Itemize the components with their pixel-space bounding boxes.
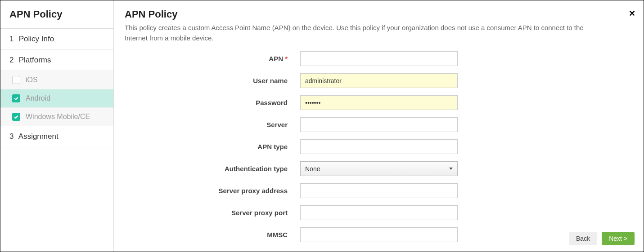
platform-android[interactable]: Android bbox=[0, 89, 113, 108]
form: APN * User name Password Server APN type bbox=[125, 51, 633, 242]
row-apntype: APN type bbox=[125, 139, 633, 154]
proxyport-input[interactable] bbox=[300, 205, 458, 220]
platform-windows[interactable]: Windows Mobile/CE bbox=[0, 108, 113, 126]
main-panel: ✕ APN Policy This policy creates a custo… bbox=[114, 0, 644, 252]
next-button[interactable]: Next > bbox=[602, 232, 635, 245]
select-value: None bbox=[305, 165, 320, 172]
mmsc-input[interactable] bbox=[300, 227, 458, 242]
label-authtype: Authentication type bbox=[125, 165, 300, 172]
row-username: User name bbox=[125, 73, 633, 88]
caret-down-icon bbox=[449, 168, 453, 170]
apn-input[interactable] bbox=[300, 51, 458, 66]
label-proxyaddr: Server proxy address bbox=[125, 187, 300, 195]
checkbox-unchecked-icon[interactable] bbox=[12, 76, 20, 84]
back-button[interactable]: Back bbox=[569, 232, 597, 245]
dialog-container: APN Policy 1 Policy Info 2 Platforms iOS… bbox=[0, 0, 644, 252]
platform-ios[interactable]: iOS bbox=[0, 71, 113, 89]
page-description: This policy creates a custom Access Poin… bbox=[125, 23, 597, 43]
label-text: APN bbox=[269, 55, 283, 62]
close-icon[interactable]: ✕ bbox=[629, 9, 635, 18]
row-proxyaddr: Server proxy address bbox=[125, 183, 633, 198]
row-mmsc: MMSC bbox=[125, 227, 633, 242]
label-password: Password bbox=[125, 99, 300, 106]
row-authtype: Authentication type None bbox=[125, 161, 633, 176]
step-num: 1 bbox=[9, 35, 17, 44]
proxyaddr-input[interactable] bbox=[300, 183, 458, 198]
sidebar-title: APN Policy bbox=[0, 0, 113, 29]
step-assignment[interactable]: 3 Assignment bbox=[0, 126, 113, 147]
apntype-input[interactable] bbox=[300, 139, 458, 154]
row-apn: APN * bbox=[125, 51, 633, 66]
label-apntype: APN type bbox=[125, 143, 300, 150]
step-num: 3 bbox=[9, 132, 17, 141]
label-apn: APN * bbox=[125, 55, 300, 62]
step-label: Policy Info bbox=[19, 35, 54, 43]
platform-list: iOS Android Windows Mobile/CE bbox=[0, 71, 113, 126]
row-proxyport: Server proxy port bbox=[125, 205, 633, 220]
row-server: Server bbox=[125, 117, 633, 132]
label-mmsc: MMSC bbox=[125, 231, 300, 239]
platform-label: iOS bbox=[26, 76, 38, 84]
label-server: Server bbox=[125, 121, 300, 128]
row-password: Password bbox=[125, 95, 633, 110]
footer: Back Next > bbox=[569, 232, 635, 245]
step-label: Assignment bbox=[18, 132, 59, 141]
password-input[interactable] bbox=[300, 95, 458, 110]
server-input[interactable] bbox=[300, 117, 458, 132]
label-username: User name bbox=[125, 77, 300, 84]
platform-label: Windows Mobile/CE bbox=[26, 113, 90, 121]
username-input[interactable] bbox=[300, 73, 458, 88]
required-asterisk: * bbox=[285, 55, 288, 62]
platform-label: Android bbox=[26, 94, 50, 102]
label-proxyport: Server proxy port bbox=[125, 209, 300, 217]
sidebar: APN Policy 1 Policy Info 2 Platforms iOS… bbox=[0, 0, 114, 252]
step-label: Platforms bbox=[19, 56, 51, 64]
checkbox-checked-icon[interactable] bbox=[12, 94, 20, 102]
step-num: 2 bbox=[9, 56, 17, 65]
checkbox-checked-icon[interactable] bbox=[12, 113, 20, 121]
step-platforms[interactable]: 2 Platforms bbox=[0, 50, 113, 71]
authtype-select[interactable]: None bbox=[300, 161, 458, 176]
step-policy-info[interactable]: 1 Policy Info bbox=[0, 29, 113, 50]
page-title: APN Policy bbox=[125, 9, 633, 20]
